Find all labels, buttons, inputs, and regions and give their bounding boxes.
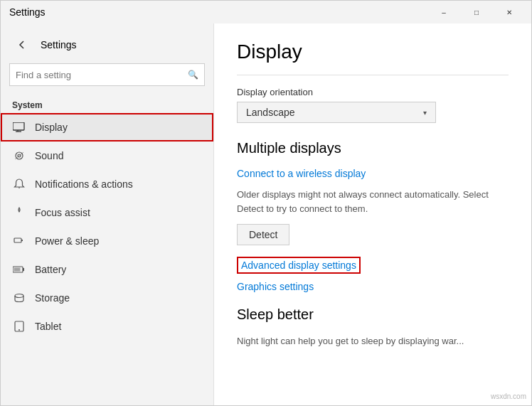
notifications-icon (12, 177, 26, 191)
info-text: Older displays might not always connect … (237, 188, 507, 215)
sidebar-item-notifications-label: Notifications & actions (35, 178, 133, 190)
maximize-button[interactable]: □ (460, 1, 493, 23)
orientation-dropdown[interactable]: Landscape ▾ (237, 102, 436, 123)
svg-rect-10 (23, 268, 24, 271)
sidebar-header: Settings (1, 23, 213, 60)
sidebar-item-power-label: Power & sleep (35, 235, 99, 247)
svg-rect-8 (21, 240, 23, 241)
orientation-value: Landscape (246, 107, 295, 118)
sidebar-item-focus-label: Focus assist (35, 207, 90, 218)
minimize-button[interactable]: – (427, 1, 460, 23)
orientation-label: Display orientation (237, 87, 509, 97)
search-input[interactable] (16, 70, 188, 80)
main-content: Display Display orientation Landscape ▾ … (214, 23, 531, 405)
connect-wireless-link[interactable]: Connect to a wireless display (237, 168, 366, 179)
sidebar-item-display-label: Display (35, 122, 68, 133)
tablet-icon (12, 319, 26, 333)
title-bar: Settings – □ ✕ (1, 1, 531, 23)
sidebar-app-title: Settings (41, 39, 77, 50)
sleep-section: Sleep better Night light can help you ge… (237, 306, 509, 348)
focus-icon (12, 205, 26, 220)
sleep-title: Sleep better (237, 306, 509, 323)
sidebar-item-storage[interactable]: Storage (1, 284, 213, 312)
title-bar-left: Settings (9, 6, 46, 18)
divider (237, 75, 509, 75)
power-icon (12, 234, 26, 248)
content-area: Settings 🔍 System Display (1, 23, 531, 405)
search-box[interactable]: 🔍 (9, 63, 205, 86)
svg-rect-11 (14, 268, 21, 272)
search-icon: 🔍 (188, 70, 198, 80)
multiple-displays-title: Multiple displays (237, 140, 509, 156)
sidebar-item-battery-label: Battery (35, 264, 66, 275)
sidebar-item-storage-label: Storage (35, 292, 70, 304)
graphics-settings-link[interactable]: Graphics settings (237, 281, 314, 292)
back-button[interactable] (12, 35, 32, 55)
title-bar-controls: – □ ✕ (427, 1, 526, 23)
dropdown-arrow-icon: ▾ (423, 109, 427, 117)
sleep-text: Night light can help you get to sleep by… (237, 334, 507, 348)
sidebar: Settings 🔍 System Display (1, 23, 214, 405)
sidebar-item-tablet[interactable]: Tablet (1, 312, 213, 341)
detect-button[interactable]: Detect (237, 224, 289, 245)
title-bar-title: Settings (9, 6, 46, 18)
settings-window: Settings – □ ✕ Settings 🔍 System (0, 0, 532, 406)
storage-icon (12, 291, 26, 305)
display-icon (12, 120, 26, 134)
close-button[interactable]: ✕ (493, 1, 526, 23)
sidebar-item-sound[interactable]: Sound (1, 141, 213, 170)
sidebar-item-display[interactable]: Display (1, 113, 213, 141)
advanced-display-link[interactable]: Advanced display settings (237, 257, 361, 274)
svg-rect-0 (13, 122, 24, 130)
sidebar-item-tablet-label: Tablet (35, 321, 61, 332)
back-icon (18, 41, 26, 49)
svg-point-14 (18, 329, 20, 331)
sidebar-item-focus[interactable]: Focus assist (1, 198, 213, 227)
sidebar-item-power[interactable]: Power & sleep (1, 227, 213, 255)
sidebar-item-battery[interactable]: Battery (1, 255, 213, 284)
sidebar-item-notifications[interactable]: Notifications & actions (1, 170, 213, 198)
sound-icon (12, 149, 26, 163)
section-label: System (1, 95, 213, 113)
watermark: wsxdn.com (491, 392, 526, 400)
svg-rect-7 (14, 238, 21, 242)
battery-icon (12, 262, 26, 277)
sidebar-item-sound-label: Sound (35, 150, 63, 161)
svg-point-12 (15, 294, 23, 298)
page-title: Display (237, 41, 509, 63)
